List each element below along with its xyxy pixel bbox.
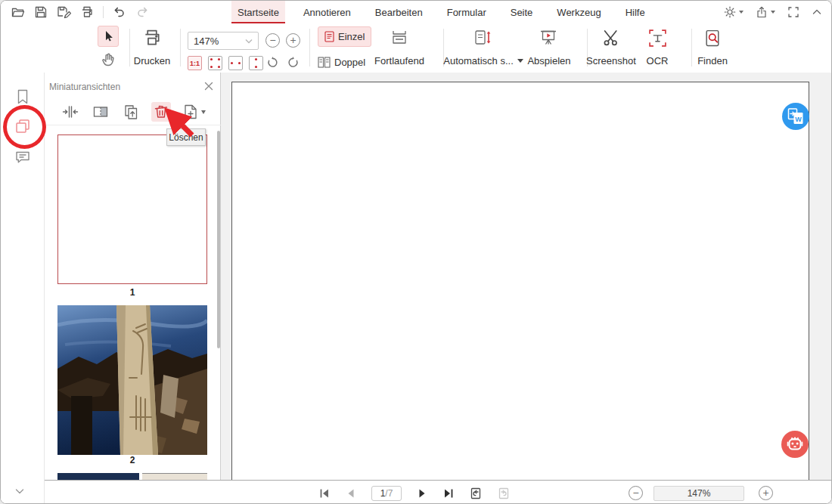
previous-page-icon[interactable] (345, 487, 357, 499)
auto-scroll-label: Automatisch s... (443, 55, 513, 66)
tab-bearbeiten[interactable]: Bearbeiten (369, 1, 429, 23)
rotate-counterclockwise-icon[interactable] (286, 56, 300, 70)
fit-actual-size-button[interactable]: 1:1 (188, 56, 202, 70)
print-icon[interactable] (80, 5, 94, 19)
thumbnail-page-1[interactable] (57, 135, 207, 284)
close-panel-icon[interactable] (203, 81, 214, 91)
find-label[interactable]: Finden (694, 55, 731, 66)
share-button[interactable] (756, 6, 775, 18)
redo-icon[interactable] (135, 5, 149, 19)
double-page-view-button[interactable]: Doppel (318, 57, 365, 68)
comments-panel-icon[interactable] (14, 149, 31, 165)
annotation-red-arrow (162, 106, 198, 142)
print-button-icon[interactable] (142, 28, 162, 48)
ocr-label[interactable]: OCR (641, 55, 674, 66)
ocr-icon[interactable] (648, 29, 667, 48)
last-page-icon[interactable] (442, 487, 455, 499)
continuous-view-label[interactable]: Fortlaufend (369, 55, 430, 66)
play-presentation-label[interactable]: Abspielen (525, 55, 573, 66)
svg-text:W: W (795, 116, 802, 123)
main-toolbar: Drucken 147% − + 1:1 (1, 23, 832, 73)
tab-bar: Startseite Annotieren Bearbeiten Formula… (231, 1, 651, 23)
single-page-view-label: Einzel (338, 31, 365, 42)
page-number-input[interactable]: 1 /7 (371, 486, 402, 501)
select-tool-button[interactable] (98, 26, 119, 47)
hand-tool-button[interactable] (100, 51, 116, 68)
menubar: Startseite Annotieren Bearbeiten Formula… (1, 1, 832, 23)
previous-view-icon[interactable] (469, 487, 483, 500)
zoom-value: 147% (194, 36, 219, 47)
print-button-label[interactable]: Drucken (128, 55, 176, 66)
zoom-in-button[interactable]: + (759, 486, 773, 500)
panel-title: Miniaturansichten (49, 82, 120, 92)
zoom-combobox[interactable]: 147% (188, 32, 259, 50)
convert-to-word-button[interactable]: W (782, 103, 809, 130)
expand-more-panels-icon[interactable] (14, 486, 25, 496)
add-page-dropdown-caret[interactable] (201, 110, 206, 114)
thumbnail-page-2[interactable] (57, 305, 207, 455)
zoom-out-button[interactable]: − (265, 33, 280, 48)
zoom-in-button[interactable]: + (286, 33, 300, 48)
first-page-icon[interactable] (318, 487, 331, 499)
bookmarks-panel-icon[interactable] (14, 88, 31, 105)
separator (691, 29, 692, 66)
double-page-view-label: Doppel (334, 57, 365, 68)
current-page: 1 (380, 488, 386, 499)
save-icon[interactable] (34, 5, 48, 19)
theme-button[interactable] (724, 6, 744, 18)
thumbnail-page-2-number: 2 (57, 455, 207, 465)
tab-hilfe[interactable]: Hilfe (619, 1, 651, 23)
status-bar: 1 /7 − 14 (45, 480, 832, 504)
screenshot-label[interactable]: Screenshot (586, 55, 636, 66)
separator (103, 6, 104, 18)
fit-height-button[interactable] (249, 56, 263, 70)
find-icon[interactable] (703, 29, 722, 48)
single-page-view-button[interactable]: Einzel (318, 26, 371, 47)
play-presentation-icon[interactable] (539, 29, 558, 47)
thumbnail-page-3-partial[interactable] (57, 473, 207, 480)
tab-formular[interactable]: Formular (441, 1, 492, 23)
tab-annotieren[interactable]: Annotieren (297, 1, 357, 23)
tab-seite[interactable]: Seite (504, 1, 539, 23)
chevron-down-icon (739, 11, 744, 14)
zoom-level-display[interactable]: 147% (653, 486, 744, 501)
next-view-icon[interactable] (497, 487, 511, 500)
chevron-down-icon (517, 59, 523, 63)
panel-scrollbar[interactable] (217, 131, 220, 348)
app-window: Startseite Annotieren Bearbeiten Formula… (0, 0, 832, 504)
total-pages: /7 (385, 488, 393, 499)
tab-werkzeug[interactable]: Werkzeug (551, 1, 607, 23)
separator (309, 29, 310, 66)
pdf-page[interactable] (231, 82, 809, 480)
open-file-icon[interactable] (11, 5, 25, 19)
separator (180, 29, 181, 66)
insert-pages-tool-icon[interactable] (61, 102, 80, 122)
collapse-toolbar-icon[interactable] (812, 7, 822, 17)
annotation-red-circle (3, 105, 46, 149)
chevron-down-icon (771, 11, 775, 14)
zoom-out-button[interactable]: − (629, 486, 643, 500)
fit-width-button[interactable] (228, 56, 243, 70)
thumbnail-page-1-number: 1 (57, 287, 207, 298)
ai-robot-button[interactable] (781, 431, 809, 458)
continuous-view-icon[interactable] (390, 29, 408, 46)
fit-page-button[interactable] (208, 56, 222, 70)
rotate-clockwise-icon[interactable] (265, 56, 280, 70)
undo-icon[interactable] (113, 5, 126, 19)
split-pages-tool-icon[interactable] (91, 102, 110, 122)
fullscreen-icon[interactable] (787, 6, 799, 18)
document-area: W (221, 73, 832, 480)
next-page-icon[interactable] (416, 487, 428, 499)
screenshot-scissors-icon[interactable] (602, 29, 619, 46)
tab-startseite[interactable]: Startseite (231, 1, 285, 23)
replace-page-tool-icon[interactable] (121, 102, 141, 122)
auto-scroll-button[interactable]: Automatisch s... (452, 55, 515, 66)
save-as-icon[interactable] (57, 5, 71, 20)
auto-scroll-icon[interactable] (473, 28, 492, 48)
